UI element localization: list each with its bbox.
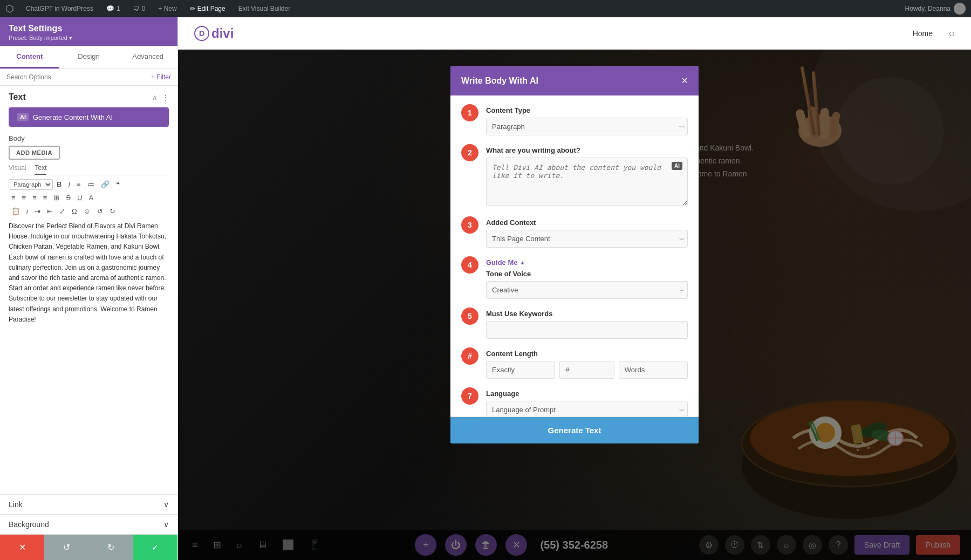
- tab-content[interactable]: Content: [0, 46, 59, 69]
- content-type-field: Content Type Paragraph Heading List: [486, 106, 688, 135]
- step-5-badge: 5: [461, 308, 478, 325]
- fullscreen-button[interactable]: ⤢: [57, 206, 68, 217]
- guide-me-label[interactable]: Guide Me: [486, 258, 688, 267]
- comments-bar-item[interactable]: 💬 1: [103, 5, 124, 12]
- undo-editor-button[interactable]: ↺: [94, 206, 106, 217]
- sidebar-tabs: Content Design Advanced: [0, 46, 177, 69]
- background-section[interactable]: Background ∨: [0, 514, 177, 534]
- content-length-label: Content Length: [486, 350, 688, 358]
- keywords-field: Must Use Keywords: [486, 310, 688, 339]
- content-type-select[interactable]: Paragraph Heading List: [486, 118, 688, 135]
- cancel-button[interactable]: ✕: [0, 535, 44, 560]
- emoji-button[interactable]: ☺: [81, 206, 93, 217]
- text-color-button[interactable]: A: [86, 192, 96, 203]
- keywords-label: Must Use Keywords: [486, 310, 688, 318]
- step-4-badge: 4: [461, 256, 478, 274]
- undo-button[interactable]: ↺: [44, 535, 88, 560]
- length-exactly-select[interactable]: Exactly At Least At Most: [486, 361, 555, 379]
- ol-button[interactable]: ≔: [85, 179, 97, 190]
- modal-close-button[interactable]: ×: [681, 74, 688, 87]
- generate-content-ai-button[interactable]: AI Generate Content With AI: [9, 107, 169, 127]
- editor-tabs: Visual Text: [9, 164, 169, 175]
- text-tab[interactable]: Text: [35, 164, 46, 175]
- outdent-button[interactable]: ⇤: [44, 206, 56, 217]
- toolbar-row-1: Paragraph B I ≡ ≔ 🔗 ❝: [9, 179, 169, 190]
- context-select[interactable]: This Page Content No Context: [486, 230, 688, 248]
- tone-of-voice-label: Tone of Voice: [486, 270, 688, 278]
- tone-select[interactable]: Creative Professional Casual: [486, 281, 688, 299]
- indent-button[interactable]: ⇥: [32, 206, 43, 217]
- language-field: Language Language of Prompt English Span…: [486, 390, 688, 416]
- generate-text-button[interactable]: Generate Text: [450, 417, 699, 443]
- content-type-select-wrapper: Paragraph Heading List: [486, 118, 688, 135]
- language-select[interactable]: Language of Prompt English Spanish Frenc…: [486, 401, 688, 416]
- keywords-input[interactable]: [486, 321, 688, 339]
- link-button[interactable]: 🔗: [98, 179, 112, 190]
- italic2-button[interactable]: i: [24, 206, 31, 217]
- filter-button[interactable]: + Filter: [151, 73, 171, 81]
- writing-about-textarea[interactable]: [486, 158, 688, 206]
- step-5-row: 5 Must Use Keywords: [461, 310, 688, 339]
- site-name-bar-item[interactable]: ChatGPT in WordPress: [23, 5, 97, 12]
- step-2-badge: 2: [461, 144, 478, 161]
- redo-editor-button[interactable]: ↻: [107, 206, 118, 217]
- textarea-wrapper: AI: [486, 158, 688, 208]
- wp-logo-icon[interactable]: ⬡: [5, 3, 14, 15]
- edit-page-bar-item[interactable]: ✏ Edit Page: [187, 5, 229, 12]
- align-left-button[interactable]: ≡: [9, 192, 18, 203]
- tab-advanced[interactable]: Advanced: [118, 46, 177, 69]
- add-media-button[interactable]: ADD MEDIA: [9, 146, 60, 160]
- added-context-label: Added Context: [486, 218, 688, 227]
- section-controls: ∧ ⋮: [152, 93, 169, 101]
- quote-button[interactable]: ❝: [113, 179, 122, 190]
- italic-button[interactable]: I: [65, 179, 73, 190]
- sidebar-search-bar: + Filter: [0, 69, 177, 86]
- paste-button[interactable]: 📋: [9, 206, 23, 217]
- strikethrough-button[interactable]: S: [63, 192, 73, 203]
- write-body-modal: Write Body With AI × 1 Content Type P: [450, 66, 699, 443]
- sidebar-preset[interactable]: Preset: Body imported ▾: [9, 35, 169, 42]
- redo-button[interactable]: ↻: [89, 535, 133, 560]
- body-label: Body: [9, 134, 169, 142]
- user-avatar[interactable]: [954, 3, 966, 15]
- exit-builder-bar-item[interactable]: Exit Visual Builder: [235, 5, 294, 12]
- modal-footer: Generate Text: [450, 416, 699, 443]
- sidebar-header: Text Settings Preset: Body imported ▾: [0, 17, 177, 46]
- visual-tab[interactable]: Visual: [9, 164, 26, 175]
- nav-link-home[interactable]: Home: [913, 29, 933, 38]
- align-center-button[interactable]: ≡: [19, 192, 29, 203]
- table-button[interactable]: ⊞: [51, 192, 62, 203]
- ai-icon: AI: [17, 113, 29, 121]
- step-1-badge: 1: [461, 104, 478, 121]
- bold-button[interactable]: B: [54, 179, 64, 190]
- new-bar-item[interactable]: + New: [155, 5, 180, 12]
- align-right-button[interactable]: ≡: [30, 192, 39, 203]
- ul-button[interactable]: ≡: [74, 179, 84, 190]
- main-layout: Text Settings Preset: Body imported ▾ Co…: [0, 17, 971, 560]
- link-section-label: Link ∨: [9, 500, 169, 509]
- link-chevron-icon: ∨: [163, 500, 169, 509]
- content-length-field: Content Length Exactly At Least At Most …: [486, 350, 688, 379]
- comment-bubble-item[interactable]: 🗨 0: [130, 5, 149, 12]
- link-section[interactable]: Link ∨: [0, 494, 177, 514]
- confirm-button[interactable]: ✓: [133, 535, 177, 560]
- toolbar-row-2: ≡ ≡ ≡ ≡ ⊞ S U A: [9, 192, 169, 203]
- wp-admin-bar: ⬡ ChatGPT in WordPress 💬 1 🗨 0 + New ✏ E…: [0, 0, 971, 17]
- special-char-button[interactable]: Ω: [69, 206, 80, 217]
- length-number-select[interactable]: # 50 100 150 200: [559, 361, 614, 379]
- context-select-wrapper: This Page Content No Context: [486, 230, 688, 248]
- search-input[interactable]: [6, 73, 147, 81]
- length-unit-select[interactable]: Words Sentences Paragraphs: [619, 361, 688, 379]
- align-justify-button[interactable]: ≡: [40, 192, 50, 203]
- section-menu-icon[interactable]: ⋮: [162, 93, 169, 101]
- tone-field: Guide Me Tone of Voice Creative Professi…: [486, 258, 688, 299]
- paragraph-select[interactable]: Paragraph: [9, 179, 53, 190]
- tab-design[interactable]: Design: [59, 46, 119, 69]
- writing-about-field: What are you writing about? AI: [486, 146, 688, 208]
- added-context-field: Added Context This Page Content No Conte…: [486, 218, 688, 248]
- nav-search-icon[interactable]: ⌕: [949, 28, 955, 39]
- step-6-badge: #: [461, 347, 478, 365]
- collapse-icon[interactable]: ∧: [152, 93, 158, 101]
- underline-button[interactable]: U: [74, 192, 85, 203]
- step-2-row: 2 What are you writing about? AI: [461, 146, 688, 208]
